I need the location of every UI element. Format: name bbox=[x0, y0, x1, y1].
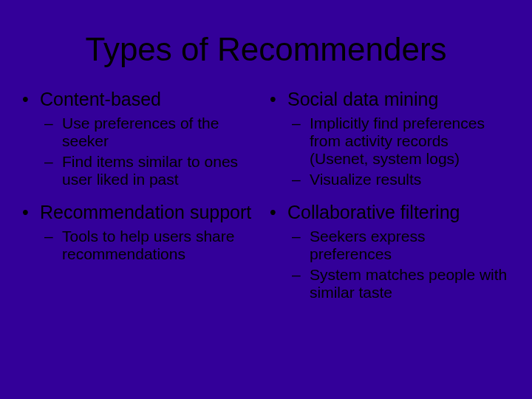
right-column: Social data mining Implicitly find prefe… bbox=[270, 89, 517, 305]
subbullet-use-preferences: Use preferences of the seeker bbox=[44, 115, 262, 150]
bullet-collaborative-filtering: Collaborative filtering bbox=[270, 202, 510, 223]
subbullet-seekers-express: Seekers express preferences bbox=[292, 228, 510, 263]
bullet-content-based: Content-based bbox=[22, 89, 262, 110]
spacer bbox=[270, 191, 510, 202]
bullet-recommendation-support: Recommendation support bbox=[22, 202, 262, 223]
slide: Types of Recommenders Content-based Use … bbox=[0, 0, 532, 399]
bullet-social-data-mining: Social data mining bbox=[270, 89, 510, 110]
slide-title: Types of Recommenders bbox=[0, 0, 532, 89]
content-columns: Content-based Use preferences of the see… bbox=[0, 89, 532, 305]
subbullet-find-items: Find items similar to ones user liked in… bbox=[44, 153, 262, 188]
subbullet-system-matches: System matches people with similar taste bbox=[292, 266, 510, 301]
left-column: Content-based Use preferences of the see… bbox=[22, 89, 270, 305]
spacer bbox=[22, 191, 262, 202]
subbullet-implicitly-find: Implicitly find preferences from activit… bbox=[292, 115, 510, 168]
subbullet-visualize-results: Visualize results bbox=[292, 171, 510, 188]
subbullet-tools-share: Tools to help users share recommendation… bbox=[44, 228, 262, 263]
